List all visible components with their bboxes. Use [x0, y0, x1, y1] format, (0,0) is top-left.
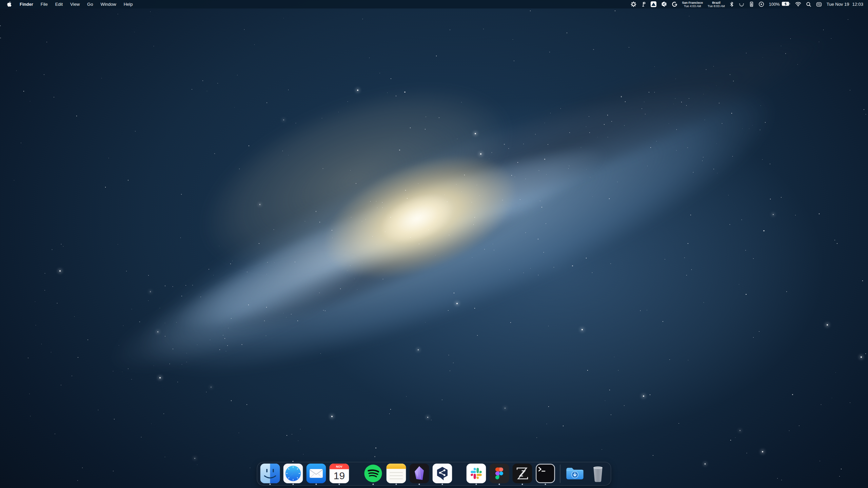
desktop[interactable]: Finder File Edit View Go Window Help: [0, 0, 868, 488]
bluetooth-icon[interactable]: [730, 0, 734, 8]
downloads-folder-icon: [565, 464, 585, 483]
battery-status[interactable]: 100%: [769, 1, 790, 7]
battery-icon: [782, 1, 790, 7]
running-indicator: [476, 484, 477, 485]
flower-icon[interactable]: [631, 0, 636, 8]
dock-item-safari[interactable]: [283, 464, 303, 484]
running-indicator: [396, 484, 397, 485]
dock-item-finder[interactable]: [260, 464, 280, 484]
menu-go[interactable]: Go: [83, 0, 97, 8]
spotify-icon: [363, 464, 383, 483]
dock-item-slack[interactable]: [467, 464, 486, 484]
desktop-wallpaper: [0, 0, 868, 488]
finder-icon: [260, 464, 280, 483]
dock: NOV 19: [257, 462, 611, 486]
zed-icon: [513, 464, 532, 483]
running-indicator: [419, 484, 420, 485]
dock-spacer: [456, 464, 463, 484]
world-clock-san-francisco[interactable]: San Francisco Tue 4:03 AM: [682, 1, 703, 8]
menu-finder[interactable]: Finder: [16, 0, 37, 8]
mail-icon: [307, 464, 326, 483]
world-clock-time: Tue 8:03 AM: [708, 4, 725, 8]
running-indicator: [442, 484, 443, 485]
menu-help[interactable]: Help: [120, 0, 137, 8]
world-clock-city: Brazil: [708, 1, 725, 4]
wifi-icon[interactable]: [795, 0, 801, 8]
spotlight-icon[interactable]: [806, 0, 811, 8]
menu-edit[interactable]: Edit: [52, 0, 66, 8]
obsidian-icon: [410, 464, 429, 483]
safari-icon: [283, 464, 303, 483]
dock-item-figma[interactable]: [490, 464, 509, 484]
dock-item-calendar[interactable]: NOV 19: [330, 464, 349, 484]
dock-item-downloads[interactable]: [565, 464, 585, 484]
iphone-mirroring-icon[interactable]: [749, 0, 754, 8]
trash-icon: [588, 464, 608, 483]
now-playing-icon[interactable]: [758, 0, 764, 8]
control-center-icon[interactable]: [816, 0, 822, 8]
dock-spacer: [353, 464, 360, 484]
running-indicator: [270, 484, 271, 485]
running-indicator: [339, 484, 340, 485]
calendar-icon: NOV 19: [330, 464, 349, 483]
notes-icon: [387, 464, 406, 483]
terminal-icon: [536, 464, 555, 483]
dock-item-zed[interactable]: [513, 464, 532, 484]
running-indicator: [522, 484, 523, 485]
running-indicator: [373, 484, 374, 485]
hexagon-share-app-icon: [433, 464, 452, 483]
world-clock-brazil[interactable]: Brazil Tue 8:03 AM: [708, 1, 725, 8]
menu-view[interactable]: View: [66, 0, 83, 8]
dock-divider: [560, 465, 560, 483]
pill-flag-icon[interactable]: [641, 0, 646, 8]
slack-icon: [467, 464, 486, 483]
starfield: [0, 0, 868, 488]
menu-bar: Finder File Edit View Go Window Help: [0, 0, 868, 8]
figma-icon: [490, 464, 509, 483]
world-clock-city: San Francisco: [682, 1, 703, 4]
dotted-arc-icon[interactable]: [738, 0, 745, 8]
triangle-app-icon[interactable]: [651, 0, 656, 8]
running-indicator: [545, 484, 546, 485]
world-clock-time: Tue 4:03 AM: [682, 4, 703, 8]
time-label: 12:03: [852, 2, 863, 7]
g-circle-icon[interactable]: [672, 0, 677, 8]
dock-item-mail[interactable]: [307, 464, 326, 484]
apple-icon: [7, 1, 12, 8]
svg-text:NOV: NOV: [336, 465, 342, 468]
dock-item-obsidian[interactable]: [410, 464, 429, 484]
running-indicator: [499, 484, 500, 485]
dock-item-terminal[interactable]: [536, 464, 555, 484]
svg-text:19: 19: [334, 470, 345, 481]
date-label: Tue Nov 19: [827, 2, 849, 7]
running-indicator: [316, 484, 317, 485]
running-indicator: [293, 484, 294, 485]
menu-file[interactable]: File: [37, 0, 52, 8]
apple-menu[interactable]: [5, 0, 16, 8]
dock-item-hexagon-share-app[interactable]: [433, 464, 452, 484]
dock-item-spotify[interactable]: [363, 464, 383, 484]
dock-item-notes[interactable]: [387, 464, 406, 484]
battery-percent: 100%: [769, 2, 780, 7]
menu-bar-clock[interactable]: Tue Nov 19 12:03: [827, 2, 863, 7]
menu-window[interactable]: Window: [97, 0, 120, 8]
dock-item-trash[interactable]: [588, 464, 608, 484]
hexagon-share-icon[interactable]: [661, 0, 667, 8]
